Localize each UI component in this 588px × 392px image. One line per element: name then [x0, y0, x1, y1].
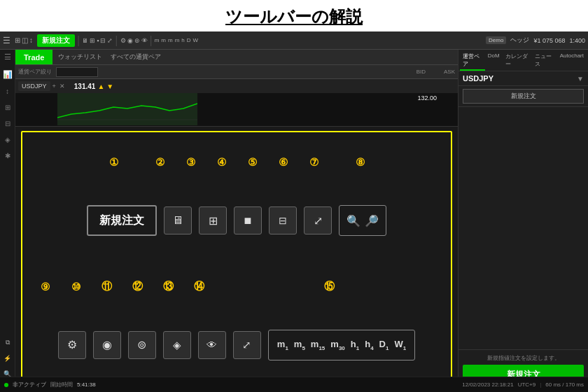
- nav-tool4-icon[interactable]: ✱: [5, 152, 10, 160]
- tool12-icon-btn[interactable]: ◈: [163, 331, 191, 359]
- nav-trade-icon[interactable]: ↕: [6, 88, 9, 95]
- toolbar-icon12: 👁: [141, 37, 148, 44]
- tf-m30-top: m: [175, 37, 180, 43]
- nav-automate-icon[interactable]: ⚡: [4, 355, 11, 362]
- chart-tab-row: USDJPY + ✕ 131.41 ▲ ▼: [15, 79, 458, 93]
- price-arrow-up: ▲: [97, 83, 104, 90]
- tab-dom[interactable]: DoM: [485, 51, 503, 71]
- tf-m5[interactable]: m5: [294, 339, 305, 351]
- nav-copy-icon[interactable]: ⧉: [6, 339, 10, 346]
- tab-autochart[interactable]: Autochart: [557, 51, 587, 71]
- chart-add-icon[interactable]: +: [52, 83, 56, 90]
- circle-num-3: ③: [186, 156, 195, 168]
- status-bar: 非アクティブ 開始時間 5:41:38 12/02/2023 22:18:21 …: [0, 377, 588, 392]
- top-toolbar: ☰ ⊞ ◫ ↕ 新規注文 | 🖥 ⊞ ▪ ⊟ ⤢ | ⚙ ◉ ⊚ 👁 | m m…: [0, 31, 588, 50]
- maximize-icon-btn[interactable]: ⤢: [304, 206, 332, 234]
- layout-wrapper: ☰ 📊 ↕ ⊞ ⊟ ◈ ✱ ⧉ ⚡ 🔍 ⚙ ? Trade ウォッチリスト すべ…: [0, 50, 588, 392]
- top-numbers-row: ① ② ③ ④ ⑤: [29, 156, 444, 169]
- tool14-icon-btn[interactable]: ⤢: [233, 331, 261, 359]
- right-order-btn[interactable]: 新規注文: [463, 89, 584, 104]
- num-cell-10: ⑩: [60, 281, 91, 293]
- tf-m15[interactable]: m15: [311, 339, 325, 351]
- tile-icon-btn[interactable]: ⊟: [269, 206, 297, 234]
- right-panel-tabs: 運営ペア DoM カレンダー ニュース Autochart: [458, 50, 588, 71]
- nav-chart-icon[interactable]: 📊: [3, 70, 13, 79]
- tab-unapair[interactable]: 運営ペア: [460, 51, 485, 71]
- hedge-label: ヘッジ: [510, 36, 529, 45]
- toolbar-icon7: ⊟: [100, 37, 106, 44]
- right-expand-icon[interactable]: ▼: [577, 75, 584, 83]
- page-title: ツールバーの解説: [0, 0, 588, 31]
- toolbar-icon5: ⊞: [90, 37, 95, 44]
- toolbar-icon3: ↕: [29, 36, 33, 44]
- tools-section: ① ② ③ ④ ⑤: [22, 132, 451, 384]
- trade-tab-bar: Trade ウォッチリスト すべての通貨ペア: [15, 50, 458, 65]
- chart-mini-area: USDJPY + ✕ 131.41 ▲ ▼ 132.00: [15, 79, 458, 127]
- num-cell-12: ⑫: [122, 280, 153, 293]
- bottom-numbers-row: ⑨ ⑩ ⑪ ⑫ ⑬: [29, 280, 444, 293]
- circle-num-7: ⑦: [309, 156, 318, 168]
- new-order-top-button[interactable]: 新規注文: [37, 34, 75, 47]
- tf-w1[interactable]: W1: [394, 339, 406, 351]
- top-icons-row: 新規注文 🖥 ⊞ ■ ⊟ ⤢ 🔍 🔎: [87, 205, 386, 236]
- right-spacer: [458, 107, 588, 349]
- watchlist-btn[interactable]: ウォッチリスト: [52, 52, 108, 62]
- num-cell-14: ⑭: [183, 280, 214, 293]
- trade-tab[interactable]: Trade: [15, 50, 52, 64]
- num-cell-1: ①: [83, 156, 144, 169]
- main-explanation-area: ① ② ③ ④ ⑤: [15, 127, 458, 390]
- usdjpy-chart-tab[interactable]: USDJPY: [18, 81, 50, 91]
- zoom-group: 🔍 🔎: [339, 205, 386, 236]
- tf-m1[interactable]: m1: [277, 339, 288, 351]
- circle-num-10: ⑩: [71, 281, 80, 293]
- nav-tool2-icon[interactable]: ⊟: [5, 120, 10, 127]
- ask-label: ASK: [444, 69, 455, 75]
- tool13-icon-btn[interactable]: 👁: [198, 331, 226, 359]
- tool10-icon-btn[interactable]: ◉: [93, 331, 121, 359]
- num-cell-11: ⑪: [91, 280, 122, 293]
- nav-bars-icon[interactable]: ☰: [4, 52, 11, 62]
- status-timezone: UTC+9: [518, 382, 536, 388]
- search-input[interactable]: [56, 67, 98, 77]
- tool9-icon-btn[interactable]: ⚙: [58, 331, 86, 359]
- tab-calendar[interactable]: カレンダー: [503, 51, 533, 71]
- circle-num-1: ①: [109, 156, 118, 168]
- num-cell-8: ⑧: [329, 156, 391, 169]
- num-cell-13: ⑬: [153, 280, 183, 293]
- center-content: Trade ウォッチリスト すべての通貨ペア 通貨ペア絞り BID ASK US…: [15, 50, 458, 392]
- monitor-icon-btn[interactable]: 🖥: [164, 206, 192, 234]
- bottom-icons-row: ⚙ ◉ ⊚ ◈ 👁 ⤢ m1 m5 m15 m30 h1: [58, 330, 415, 360]
- toolbar-icon6: ▪: [97, 37, 99, 44]
- tf-d1-top: D: [187, 37, 191, 43]
- num-cell-5: ⑤: [237, 156, 267, 169]
- circle-num-15: ⑮: [324, 280, 335, 292]
- tf-h4[interactable]: h4: [365, 339, 373, 351]
- tf-m15-top: m: [168, 37, 173, 43]
- demo-label: Demo: [486, 36, 506, 44]
- tool11-icon-btn[interactable]: ⊚: [128, 331, 156, 359]
- circle-num-12: ⑫: [132, 280, 143, 292]
- num-cell-6: ⑥: [267, 156, 298, 169]
- allpairs-btn[interactable]: すべての通貨ペア: [108, 52, 164, 62]
- toolbar-sep3: |: [150, 34, 153, 47]
- tf-m30[interactable]: m30: [330, 339, 344, 351]
- price-level: 132.00: [417, 94, 437, 102]
- zoom-in-icon[interactable]: 🔍: [346, 214, 360, 227]
- nav-tool3-icon[interactable]: ◈: [5, 136, 10, 144]
- tf-h1[interactable]: h1: [351, 339, 359, 351]
- grid-icon-btn[interactable]: ⊞: [199, 206, 227, 234]
- nav-tool1-icon[interactable]: ⊞: [5, 104, 10, 111]
- tf-h1-top: h: [181, 37, 184, 43]
- filter-label: 通貨ペア絞り: [18, 68, 52, 76]
- chart-close-icon[interactable]: ✕: [59, 83, 65, 90]
- new-order-main-button[interactable]: 新規注文: [87, 205, 157, 236]
- tf-m5-top: m: [161, 37, 166, 43]
- tab-news[interactable]: ニュース: [532, 51, 557, 71]
- hamburger-icon[interactable]: ☰: [3, 36, 10, 46]
- square-icon-btn[interactable]: ■: [234, 206, 262, 234]
- circle-num-13: ⑬: [163, 280, 174, 292]
- circle-num-6: ⑥: [279, 156, 288, 168]
- zoom-out-icon[interactable]: 🔎: [365, 214, 379, 227]
- tf-d1[interactable]: D1: [379, 339, 389, 351]
- num-cell-3: ③: [175, 156, 206, 169]
